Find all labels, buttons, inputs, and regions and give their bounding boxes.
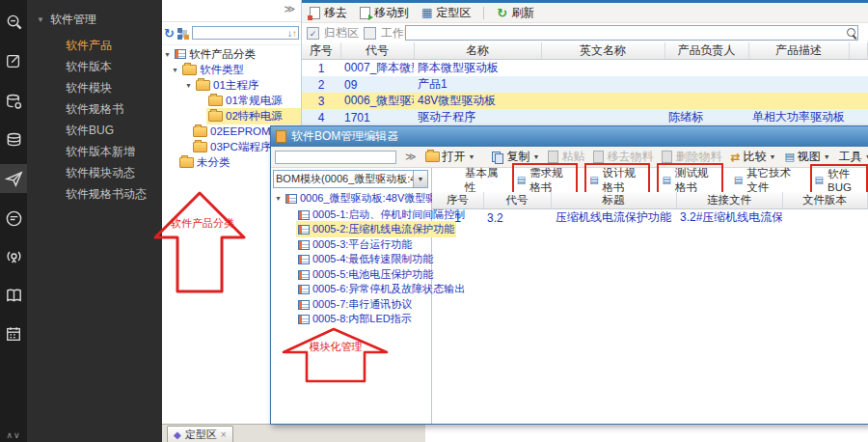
tab-finalize-area[interactable]: ◆ 定型区 × [167,426,233,442]
bom-tree-item[interactable]: 0005-5:电池电压保护功能 [271,267,430,282]
expander-icon[interactable]: ▼ [275,195,283,202]
col-no[interactable]: 序号 [302,42,340,60]
sidebar-item-software-module[interactable]: 软件模块 [66,77,112,98]
move-to-button[interactable]: 移动到 [360,5,409,21]
bom-tree-root[interactable]: ▼ 0006_微型驱动板:48V微型驱动板 [271,191,430,206]
rail-scroll-chevrons[interactable]: ∧∨ [0,430,27,440]
table-row-selected[interactable]: 3 0006_微型驱动板 48V微型驱动板 [302,93,868,109]
sidebar-item-software-bug[interactable]: 软件BUG [66,120,114,141]
database-icon[interactable] [0,125,27,154]
collapse-panel-icon[interactable]: ≫ [284,3,295,15]
col-code[interactable]: 代号 [483,192,551,209]
database-settings-icon[interactable] [0,87,27,116]
table-row[interactable]: 1 3.2 压缩机线电流保护功能 3.2#压缩机线电流保护功能... [432,209,867,227]
tools-button[interactable]: 工具▼ [839,149,868,165]
app-window: ∧∨ ▼ 软件管理 软件产品 软件版本 软件模块 软件规格书 软件BUG 软件版… [0,0,868,442]
bom-window-icon [276,130,286,143]
finalize-area-button[interactable]: ▦定型区 [421,5,471,21]
tree-node-software-type[interactable]: ▼ 软件类型 [162,62,301,77]
table-row[interactable]: 1 0007_降本微型驱动... 降本微型驱动板 [302,60,868,77]
bom-tree-item[interactable]: 0005-6:异常停机及故障状态输出 [271,282,430,296]
collapse-icon[interactable]: ≫ [405,151,417,163]
bom-tree-item[interactable]: 0005-1:启动、停机时间间隔控制 [271,207,430,222]
hierarchy-icon[interactable] [177,28,189,40]
bom-tree-item[interactable]: 0005-7:串行通讯协议 [271,297,430,312]
bom-tree-item[interactable]: 0005-8:内部LED指示 [271,312,430,326]
chevron-down-icon: ▼ [824,153,830,160]
chevron-down-icon[interactable]: ▼ [413,171,427,187]
tree-node-regular-power[interactable]: 01常规电源 [162,93,301,108]
sidebar-item-software-product[interactable]: 软件产品 [66,35,112,56]
remove-material-icon [593,151,604,163]
col-en[interactable]: 英文名称 [541,42,665,60]
products-search-input[interactable] [405,25,858,41]
bom-module-selector[interactable]: BOM模块(0006_微型驱动板:48V微型驱动板 ▼ [273,170,428,188]
refresh-tree-icon[interactable]: ↻ [164,27,175,40]
bottom-tab-strip: ◆ 定型区 × [162,424,425,442]
search-icon[interactable] [847,28,855,37]
doc-header-row: 序号 代号 标题 连接文件 文件版本 [432,192,867,209]
sidebar-item-software-version-new[interactable]: 软件版本新增 [66,141,135,162]
search-direction-icons[interactable]: ↓↑ [287,26,297,41]
col-no[interactable]: 序号 [432,192,483,209]
bom-tree-item[interactable]: 0005-4:最低转速限制功能 [271,252,430,266]
tree-node-root[interactable]: ▼ 软件产品分类 [162,46,301,62]
bom-node-label: 0005-8:内部LED指示 [312,312,412,326]
archive-checkbox[interactable]: ✓ [307,27,319,40]
expander-icon[interactable]: ▼ [185,82,193,89]
bom-editor-window: 软件BOM管理编辑器 ≫ 打开▼ 复制▼ 粘贴 移去物料 删除物料 ⇄比较▼ ▤… [270,125,868,425]
tree-node-special-power[interactable]: 02特种电源 [162,108,301,124]
book-icon[interactable] [0,281,27,310]
close-icon[interactable]: × [221,429,227,440]
spec-doc-table: 序号 代号 标题 连接文件 文件版本 1 3.2 压缩机线电流保护功能 3.2#… [432,192,868,226]
sidebar-item-software-version[interactable]: 软件版本 [66,56,112,77]
doc-icon: ▤ [734,175,743,185]
arrow-up-icon[interactable]: ↑ [292,28,297,39]
calendar-icon[interactable] [0,319,27,348]
compose-icon[interactable] [0,46,27,75]
folder-icon [193,142,207,152]
col-code[interactable]: 代号 [340,42,414,60]
col-version[interactable]: 文件版本 [782,192,867,209]
bom-tree-item-selected[interactable]: 0005-2:压缩机线电流保护功能 [271,222,430,236]
col-desc[interactable]: 产品描述 [748,42,849,60]
sidebar-item-software-module-trend[interactable]: 软件模块动态 [66,162,135,183]
bom-window-titlebar[interactable]: 软件BOM管理编辑器 [271,126,868,147]
tree-node-label: 03PC端程序 [210,140,271,154]
col-file[interactable]: 连接文件 [676,192,782,209]
workspace-checkbox[interactable] [364,27,376,40]
col-owner[interactable]: 产品负责人 [665,42,748,60]
expander-icon[interactable]: ▼ [172,67,179,73]
sidebar-group-software-management[interactable]: ▼ 软件管理 [37,12,96,28]
remove-button[interactable]: 移去 [310,5,347,21]
delete-material-icon [662,151,672,163]
expander-icon[interactable]: ▼ [164,51,172,58]
refresh-button[interactable]: ↻刷新 [497,5,534,21]
send-icon[interactable] [0,164,27,193]
sidebar-item-software-spec[interactable]: 软件规格书 [66,98,123,120]
bom-node-label: 0005-4:最低转速限制功能 [312,252,433,266]
col-blank [849,42,868,60]
col-name[interactable]: 名称 [414,42,541,60]
products-table: 序号 代号 名称 英文名称 产品负责人 产品描述 1 0007_降本微型驱动..… [302,42,868,125]
sidebar-item-software-spec-trend[interactable]: 软件规格书动态 [66,183,147,205]
table-row[interactable]: 4 1701 驱动子程序 陈绪标 单相大功率驱动板 [302,109,868,125]
compare-button[interactable]: ⇄比较▼ [730,149,775,165]
refresh-icon: ↻ [497,7,507,19]
bom-window-title: 软件BOM管理编辑器 [291,128,398,145]
bom-tree-item[interactable]: 0005-3:平台运行功能 [271,237,430,252]
tree-search-input[interactable] [192,26,299,40]
view-button[interactable]: ▤视图▼ [784,149,829,165]
bom-node-icon [298,210,310,220]
broadcast-icon[interactable] [0,242,27,271]
open-button[interactable]: 打开▼ [425,149,475,165]
bom-search-input[interactable] [275,151,396,164]
search-logo-icon[interactable] [0,8,27,37]
col-title[interactable]: 标题 [551,192,676,209]
filter-bar: ✓ 归档区 工作区 [302,23,868,44]
chat-icon[interactable] [0,204,27,233]
tree-node-main-program[interactable]: ▼ 01主程序 [162,77,301,93]
table-row[interactable]: 2 09 产品1 [302,76,868,93]
folder-icon [179,157,194,168]
tree-panel-header: ≫ [162,0,301,22]
